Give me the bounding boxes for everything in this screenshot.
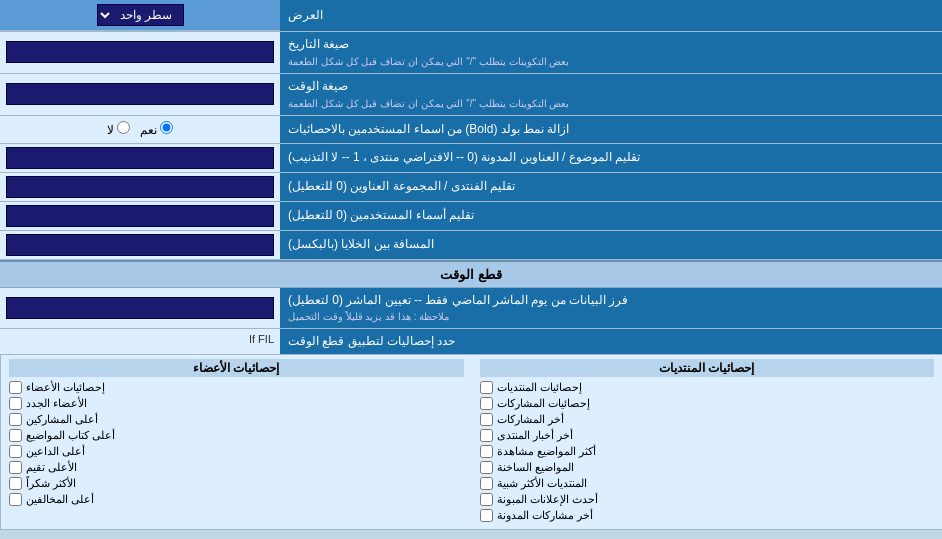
date-format-input-container: d-m xyxy=(0,32,280,73)
cb-forum-stats: إحصائيات المنتديات xyxy=(480,381,935,394)
topic-address-label: تقليم الموضوع / العناوين المدونة (0 -- ا… xyxy=(280,144,942,172)
cell-spacing-input[interactable]: 2 xyxy=(6,234,274,256)
cb-most-thanks: الأكثر شكراً xyxy=(9,477,464,490)
cb-latest-announcements-input[interactable] xyxy=(480,493,493,506)
cell-spacing-input-container: 2 xyxy=(0,231,280,259)
bold-remove-label: ازالة نمط بولد (Bold) من اسماء المستخدمي… xyxy=(280,116,942,143)
if-fil-container: If FIL xyxy=(0,329,280,354)
time-cutoff-input[interactable]: 0 xyxy=(6,297,274,319)
checkbox-col-member: إحصائيات الأعضاء إحصائيات الأعضاء الأعضا… xyxy=(0,355,472,529)
cb-most-viewed: أكثر المواضيع مشاهدة xyxy=(480,445,935,458)
dropdown-container: سطر واحد سطرين ثلاثة أسطر xyxy=(0,0,280,31)
cb-top-authors: أعلى كتاب المواضيع xyxy=(9,429,464,442)
time-format-row: صيغة الوقت بعض التكوينات يتطلب "/" التي … xyxy=(0,74,942,116)
forum-address-row: تقليم الفنتدى / المجموعة العناوين (0 للت… xyxy=(0,173,942,202)
cb-post-stats: إحصائيات المشاركات xyxy=(480,397,935,410)
cb-member-stats: إحصائيات الأعضاء xyxy=(9,381,464,394)
cb-top-posters: أعلى المشاركين xyxy=(9,413,464,426)
cb-top-posters-input[interactable] xyxy=(9,413,22,426)
cb-top-inviters-input[interactable] xyxy=(9,445,22,458)
cb-similar-forums: المنتديات الأكثر شبية xyxy=(480,477,935,490)
time-cutoff-input-container: 0 xyxy=(0,288,280,329)
cb-top-violators: أعلى المخالفين xyxy=(9,493,464,506)
date-format-label: صيغة التاريخ بعض التكوينات يتطلب "/" الت… xyxy=(280,32,942,73)
radio-yes-label: نعم xyxy=(140,121,173,137)
username-trim-input-container: 0 xyxy=(0,202,280,230)
forum-address-input-container: 33 xyxy=(0,173,280,201)
cb-top-rated-input[interactable] xyxy=(9,461,22,474)
cb-member-stats-input[interactable] xyxy=(9,381,22,394)
member-stats-header: إحصائيات الأعضاء xyxy=(9,359,464,377)
cb-last-blog-posts-input[interactable] xyxy=(480,509,493,522)
page-title-label: العرض xyxy=(280,0,942,31)
time-cutoff-section-header: قطع الوقت xyxy=(0,260,942,288)
date-format-input[interactable]: d-m xyxy=(6,41,274,63)
forum-address-label: تقليم الفنتدى / المجموعة العناوين (0 للت… xyxy=(280,173,942,201)
forum-stats-header: إحصائيات المنتديات xyxy=(480,359,935,377)
cb-similar-forums-input[interactable] xyxy=(480,477,493,490)
cb-post-stats-input[interactable] xyxy=(480,397,493,410)
cb-top-inviters: أعلى الداعين xyxy=(9,445,464,458)
cb-most-viewed-input[interactable] xyxy=(480,445,493,458)
cb-new-members: الأعضاء الجدد xyxy=(9,397,464,410)
cb-last-news: أخر أخبار المنتدى xyxy=(480,429,935,442)
main-container: العرض سطر واحد سطرين ثلاثة أسطر صيغة الت… xyxy=(0,0,942,530)
cb-last-news-input[interactable] xyxy=(480,429,493,442)
page-title: العرض xyxy=(288,7,323,24)
cb-hot-topics-input[interactable] xyxy=(480,461,493,474)
cell-spacing-label: المسافة بين الخلايا (بالبكسل) xyxy=(280,231,942,259)
cb-last-posts: أخر المشاركات xyxy=(480,413,935,426)
topic-address-row: تقليم الموضوع / العناوين المدونة (0 -- ا… xyxy=(0,144,942,173)
date-format-row: صيغة التاريخ بعض التكوينات يتطلب "/" الت… xyxy=(0,32,942,74)
cb-latest-announcements: أحدث الإعلانات المبونة xyxy=(480,493,935,506)
time-format-input[interactable]: H:i xyxy=(6,83,274,105)
define-stats-row: حدد إحصاليات لتطبيق قطع الوقت If FIL xyxy=(0,329,942,355)
time-cutoff-row: فرز البيانات من يوم الماشر الماضي فقط --… xyxy=(0,288,942,330)
cb-forum-stats-input[interactable] xyxy=(480,381,493,394)
bold-remove-row: ازالة نمط بولد (Bold) من اسماء المستخدمي… xyxy=(0,116,942,144)
bold-remove-radio-container: نعم لا xyxy=(0,116,280,143)
username-trim-row: تقليم أسماء المستخدمين (0 للتعطيل) 0 xyxy=(0,202,942,231)
cb-top-rated: الأعلى تقيم xyxy=(9,461,464,474)
time-format-input-container: H:i xyxy=(0,74,280,115)
cb-top-violators-input[interactable] xyxy=(9,493,22,506)
cb-last-posts-input[interactable] xyxy=(480,413,493,426)
time-format-label: صيغة الوقت بعض التكوينات يتطلب "/" التي … xyxy=(280,74,942,115)
cell-spacing-row: المسافة بين الخلايا (بالبكسل) 2 xyxy=(0,231,942,260)
checkbox-section: إحصائيات المنتديات إحصائيات المنتديات إح… xyxy=(0,355,942,530)
username-trim-label: تقليم أسماء المستخدمين (0 للتعطيل) xyxy=(280,202,942,230)
cb-top-authors-input[interactable] xyxy=(9,429,22,442)
rows-dropdown[interactable]: سطر واحد سطرين ثلاثة أسطر xyxy=(97,4,184,26)
if-fil-note: If FIL xyxy=(249,333,274,345)
cb-most-thanks-input[interactable] xyxy=(9,477,22,490)
header-row: العرض سطر واحد سطرين ثلاثة أسطر xyxy=(0,0,942,32)
radio-yes[interactable] xyxy=(160,121,173,134)
cb-last-blog-posts: أخر مشاركات المدونة xyxy=(480,509,935,522)
time-cutoff-label: فرز البيانات من يوم الماشر الماضي فقط --… xyxy=(280,288,942,329)
checkbox-col-forum: إحصائيات المنتديات إحصائيات المنتديات إح… xyxy=(472,355,943,529)
username-trim-input[interactable]: 0 xyxy=(6,205,274,227)
forum-address-input[interactable]: 33 xyxy=(6,176,274,198)
radio-no[interactable] xyxy=(117,121,130,134)
checkbox-columns: إحصائيات المنتديات إحصائيات المنتديات إح… xyxy=(0,355,942,529)
define-stats-label: حدد إحصاليات لتطبيق قطع الوقت xyxy=(280,329,942,354)
radio-no-label: لا xyxy=(107,121,130,137)
topic-address-input-container: 33 xyxy=(0,144,280,172)
topic-address-input[interactable]: 33 xyxy=(6,147,274,169)
cb-new-members-input[interactable] xyxy=(9,397,22,410)
cb-hot-topics: المواضيع الساخنة xyxy=(480,461,935,474)
